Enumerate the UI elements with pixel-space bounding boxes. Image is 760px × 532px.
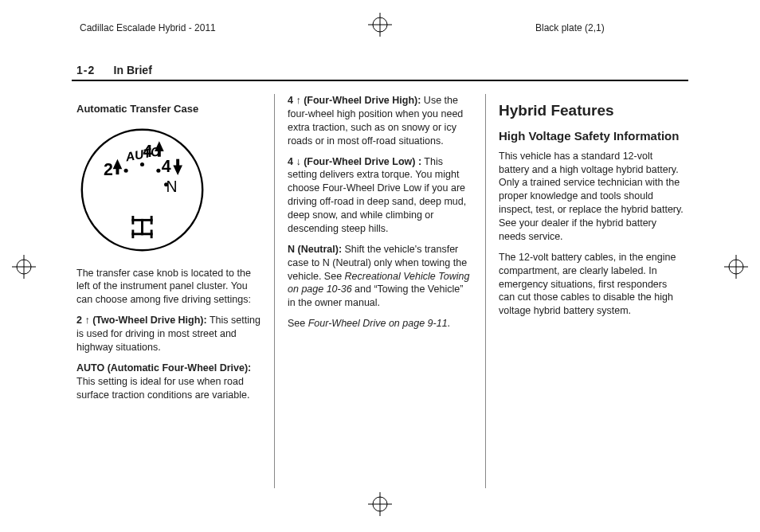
svg-point-14 [140, 162, 144, 166]
see-b: . [448, 318, 450, 329]
dial-n-label: N [166, 178, 178, 195]
auto-label: AUTO (Automatic Four-Wheel Drive): [76, 362, 251, 374]
svg-rect-22 [176, 158, 179, 166]
svg-marker-21 [173, 165, 182, 175]
hv-safety-heading: High Voltage Safety Information [499, 129, 684, 143]
transfer-case-dial-icon: AUTO 2 4 4 N [76, 124, 208, 256]
svg-point-13 [124, 168, 128, 172]
page-root: Cadillac Escalade Hybrid - 2011 Black pl… [0, 0, 760, 532]
section-title: In Brief [114, 64, 152, 76]
dial-2-label: 2 [104, 160, 113, 179]
four-hi-label: 4 ↑ (Four-Wheel Drive High): [288, 95, 421, 106]
registration-mark-left-icon [12, 255, 36, 279]
two-hi-para: 2 ↑ (Two-Wheel Drive High): This setting… [76, 314, 261, 354]
header-rule [72, 80, 688, 81]
four-lo-body: This setting delivers extra torque. You … [288, 156, 466, 234]
two-hi-label: 2 ↑ (Two-Wheel Drive High): [76, 315, 207, 326]
neutral-label: N (Neutral): [288, 244, 342, 255]
four-lo-label: 4 ↓ (Four-Wheel Drive Low) : [288, 156, 421, 167]
column-2: 4 ↑ (Four-Wheel Drive High): Use the fou… [275, 94, 485, 488]
hv-para-2: The 12-volt battery cables, in the engin… [499, 251, 684, 318]
atc-location-para: The transfer case knob is located to the… [76, 267, 261, 307]
content-columns: Automatic Transfer Case AUTO 2 4 [72, 94, 688, 488]
four-hi-para: 4 ↑ (Four-Wheel Drive High): Use the fou… [288, 94, 472, 148]
dial-4hi-label: 4 [143, 141, 152, 160]
registration-mark-right-icon [724, 255, 748, 279]
auto-para: AUTO (Automatic Four-Wheel Drive): This … [76, 362, 261, 402]
page-number: 1-2 [76, 64, 95, 76]
see-ref: Four-Wheel Drive on page 9‑11 [308, 318, 448, 329]
see-para: See Four-Wheel Drive on page 9‑11. [288, 317, 472, 331]
svg-rect-18 [116, 168, 119, 174]
svg-point-15 [156, 168, 160, 172]
column-3: Hybrid Features High Voltage Safety Info… [486, 94, 688, 488]
hybrid-features-heading: Hybrid Features [499, 100, 684, 121]
doc-title: Cadillac Escalade Hybrid - 2011 [80, 22, 216, 33]
four-lo-para: 4 ↓ (Four-Wheel Drive Low) : This settin… [288, 155, 472, 236]
see-a: See [288, 318, 308, 329]
page-number-section: 1-2 In Brief [76, 64, 152, 76]
atc-heading: Automatic Transfer Case [76, 102, 261, 116]
column-1: Automatic Transfer Case AUTO 2 4 [72, 94, 274, 488]
svg-rect-20 [158, 151, 161, 157]
auto-body: This setting is ideal for use when road … [76, 376, 249, 401]
plate-label: Black plate (2,1) [535, 22, 605, 33]
svg-marker-17 [113, 158, 123, 169]
registration-mark-bottom-icon [368, 492, 392, 516]
dial-4lo-label: 4 [162, 157, 171, 176]
hv-para-1: This vehicle has a standard 12-volt batt… [499, 150, 684, 244]
registration-mark-top-icon [368, 13, 392, 37]
page-header: Cadillac Escalade Hybrid - 2011 Black pl… [0, 16, 760, 40]
neutral-para: N (Neutral): Shift the vehicle's transfe… [288, 243, 472, 310]
